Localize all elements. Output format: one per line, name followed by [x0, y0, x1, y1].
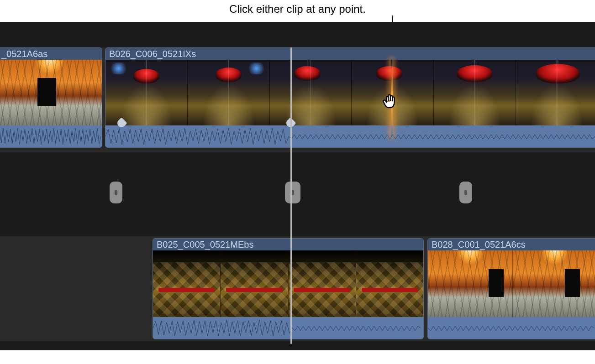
hand-cursor-icon: [380, 92, 400, 112]
timeline-clip[interactable]: B025_C005_0521MEbs: [153, 238, 424, 339]
playhead[interactable]: [290, 47, 292, 344]
timeline-clip[interactable]: _0521A6as: [0, 47, 102, 148]
clip-audio-waveform: [0, 125, 102, 147]
clip-thumbnails: [105, 60, 595, 125]
clip-thumbnail: [434, 60, 516, 125]
clip-thumbnail: [289, 250, 356, 317]
angle-switch-handle[interactable]: [285, 182, 300, 203]
clip-audio-waveform: [153, 317, 423, 339]
angle-switch-handle[interactable]: [110, 182, 122, 203]
svg-rect-3: [428, 317, 595, 339]
clip-thumbnail: [428, 250, 513, 317]
timeline-clip[interactable]: B028_C001_0521A6cs: [427, 238, 595, 339]
clip-thumbnail: [153, 250, 221, 317]
annotation-label: Click either clip at any point.: [0, 3, 595, 16]
timeline-track-upper[interactable]: _0521A6as B026_C006_0521IXs: [0, 47, 595, 152]
timeline-editor[interactable]: _0521A6as B026_C006_0521IXs: [0, 22, 595, 350]
timeline-clip[interactable]: B026_C006_0521IXs: [105, 47, 595, 148]
clip-thumbnails: [153, 250, 423, 317]
clip-thumbnails: [428, 250, 595, 317]
angle-switch-handle[interactable]: [459, 182, 472, 203]
clip-thumbnail: [105, 60, 188, 125]
clip-thumbnail: [270, 60, 352, 125]
svg-rect-1: [105, 125, 595, 147]
clip-thumbnail: [188, 60, 270, 125]
clip-audio-waveform: [428, 317, 595, 339]
clip-label: B026_C006_0521IXs: [105, 48, 595, 60]
clip-label: B028_C001_0521A6cs: [428, 239, 595, 250]
clip-label: _0521A6as: [0, 48, 102, 60]
timeline-track-lower[interactable]: B025_C005_0521MEbs B028_C001_0521A6cs: [0, 236, 595, 341]
clip-thumbnail: [221, 250, 288, 317]
angle-connector-row: [0, 172, 595, 213]
clip-thumbnails: [0, 60, 102, 125]
clip-thumbnail: [513, 250, 595, 317]
clip-thumbnail: [516, 60, 595, 125]
clip-label: B025_C005_0521MEbs: [153, 239, 423, 250]
clip-audio-waveform: [105, 125, 595, 147]
clip-thumbnail: [0, 60, 102, 125]
clip-thumbnail: [356, 250, 423, 317]
